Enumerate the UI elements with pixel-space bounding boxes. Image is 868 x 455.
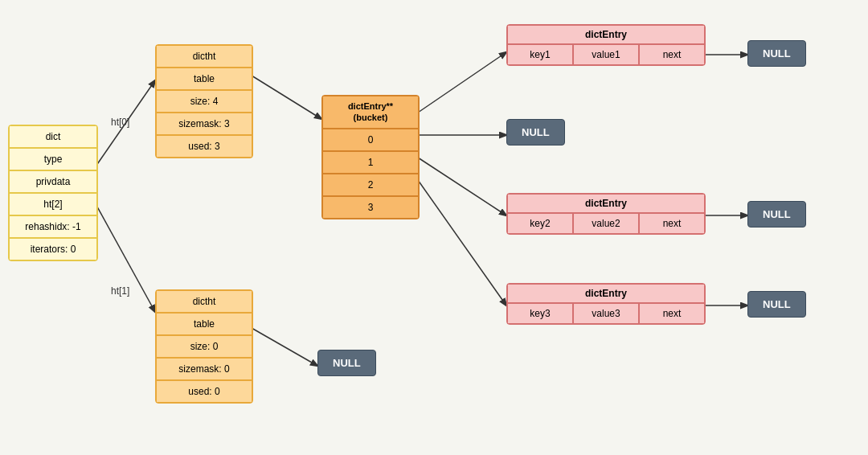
svg-line-10 bbox=[252, 328, 317, 366]
entry3-box: dictEntry key3 value3 next bbox=[506, 283, 706, 325]
entry2-box: dictEntry key2 value2 next bbox=[506, 193, 706, 235]
entry2-value: value2 bbox=[573, 213, 639, 234]
dict-cell-dict: dict bbox=[9, 125, 97, 148]
dict-cell-type: type bbox=[9, 148, 97, 170]
dict-box: dict type privdata ht[2] rehashidx: -1 i… bbox=[8, 125, 98, 261]
null-box-1: NULL bbox=[747, 40, 806, 67]
ht1-label: ht[1] bbox=[111, 285, 129, 297]
ht1-cell-dictht: dictht bbox=[156, 290, 252, 313]
arrows-overlay bbox=[0, 0, 868, 455]
dict-cell-privdata: privdata bbox=[9, 170, 97, 193]
entry1-next: next bbox=[639, 44, 705, 65]
dict-cell-ht2: ht[2] bbox=[9, 193, 97, 215]
null-box-bucket1: NULL bbox=[506, 119, 565, 146]
bucket-cell-1: 1 bbox=[322, 151, 419, 174]
bucket-cell-3: 3 bbox=[322, 196, 419, 219]
ht1-cell-table: table bbox=[156, 313, 252, 335]
entry1-header: dictEntry bbox=[507, 25, 705, 44]
null-box-ht1: NULL bbox=[317, 350, 376, 376]
entry3-next: next bbox=[639, 303, 705, 324]
ht1-dictht-box: dictht table size: 0 sizemask: 0 used: 0 bbox=[155, 289, 253, 404]
ht0-label: ht[0] bbox=[111, 117, 129, 128]
bucket-cell-0: 0 bbox=[322, 129, 419, 151]
entry3-header: dictEntry bbox=[507, 284, 705, 303]
diagram: dict type privdata ht[2] rehashidx: -1 i… bbox=[0, 0, 868, 455]
ht0-cell-dictht: dictht bbox=[156, 45, 252, 68]
svg-line-6 bbox=[418, 180, 506, 305]
ht0-cell-table: table bbox=[156, 68, 252, 90]
entry3-value: value3 bbox=[573, 303, 639, 324]
dict-cell-rehashidx: rehashidx: -1 bbox=[9, 215, 97, 238]
entry1-key: key1 bbox=[507, 44, 573, 65]
ht1-cell-size: size: 0 bbox=[156, 335, 252, 358]
entry1-box: dictEntry key1 value1 next bbox=[506, 24, 706, 66]
svg-line-2 bbox=[252, 76, 321, 119]
entry2-header: dictEntry bbox=[507, 194, 705, 213]
svg-line-3 bbox=[418, 52, 506, 113]
ht1-cell-sizemask: sizemask: 0 bbox=[156, 358, 252, 380]
ht0-cell-size: size: 4 bbox=[156, 90, 252, 113]
bucket-header: dictEntry**(bucket) bbox=[322, 96, 419, 129]
entry2-key: key2 bbox=[507, 213, 573, 234]
ht0-dictht-box: dictht table size: 4 sizemask: 3 used: 3 bbox=[155, 44, 253, 158]
ht0-cell-used: used: 3 bbox=[156, 135, 252, 158]
entry3-key: key3 bbox=[507, 303, 573, 324]
null-box-3: NULL bbox=[747, 291, 806, 318]
bucket-cell-2: 2 bbox=[322, 174, 419, 196]
dict-cell-iterators: iterators: 0 bbox=[9, 238, 97, 260]
entry1-value: value1 bbox=[573, 44, 639, 65]
ht0-cell-sizemask: sizemask: 3 bbox=[156, 113, 252, 135]
ht1-cell-used: used: 0 bbox=[156, 380, 252, 403]
null-box-2: NULL bbox=[747, 201, 806, 228]
entry2-next: next bbox=[639, 213, 705, 234]
bucket-box: dictEntry**(bucket) 0 1 2 3 bbox=[321, 95, 420, 219]
svg-line-5 bbox=[418, 158, 506, 215]
